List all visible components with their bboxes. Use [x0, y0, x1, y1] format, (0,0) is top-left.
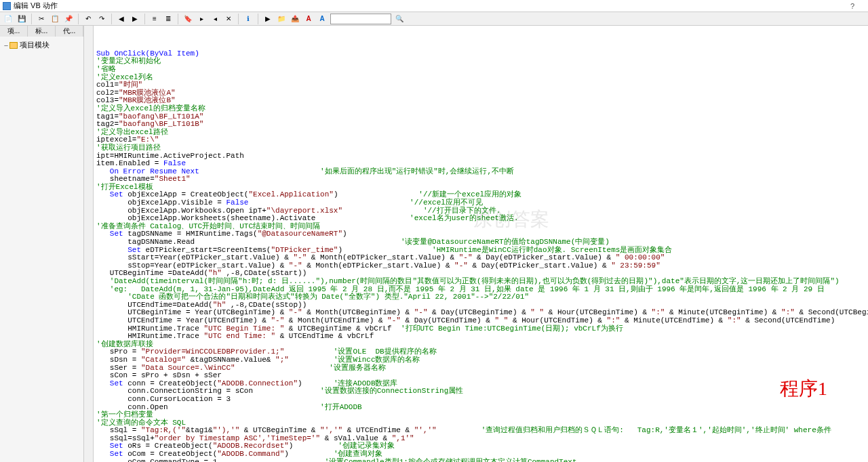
- indent-button[interactable]: ▶: [130, 14, 140, 24]
- search-field[interactable]: [330, 14, 391, 24]
- replace-button[interactable]: A: [317, 14, 328, 24]
- toolbar: 📄 💾 ✂ 📋 📌 ↶ ↷ ◀ ▶ ≡ ≣ 🔖 ▸ ◂ ✕ ℹ ▶ 📁 📤 A …: [0, 12, 868, 26]
- tree-label: 项目模块: [20, 40, 50, 50]
- window-title: 编辑 VB 动作: [14, 1, 58, 11]
- tree-item-project-modules[interactable]: − 项目模块: [3, 39, 81, 51]
- code-editor[interactable]: 原创答案 程序1 Sub OnClick(ByVal Item) '变量定义和初…: [94, 26, 868, 462]
- undo-button[interactable]: ↶: [83, 14, 94, 24]
- bookmark-button[interactable]: 🔖: [182, 14, 193, 24]
- folder-icon: [9, 42, 18, 49]
- cut-button[interactable]: ✂: [36, 14, 47, 24]
- sidebar: 项... 标... 代... − 项目模块: [0, 26, 84, 462]
- info-button[interactable]: ℹ: [243, 14, 254, 24]
- run-button[interactable]: ▶: [262, 14, 273, 24]
- comment-button[interactable]: ≡: [149, 14, 160, 24]
- export-button[interactable]: 📤: [290, 14, 300, 24]
- sidebar-tab-code[interactable]: 代...: [56, 26, 83, 37]
- tree-expand-icon[interactable]: −: [3, 41, 9, 49]
- sidebar-tab-tags[interactable]: 标...: [28, 26, 56, 37]
- find-button[interactable]: A: [303, 14, 314, 24]
- sidebar-tab-project[interactable]: 项...: [0, 26, 28, 37]
- copy-button[interactable]: 📋: [50, 14, 60, 24]
- paste-button[interactable]: 📌: [63, 14, 74, 24]
- bookmark-prev-button[interactable]: ◂: [210, 14, 220, 24]
- bookmark-next-button[interactable]: ▸: [196, 14, 207, 24]
- help-button[interactable]: ?: [850, 2, 854, 10]
- search-dropdown-icon[interactable]: 🔍: [394, 14, 405, 24]
- bookmark-clear-button[interactable]: ✕: [223, 14, 234, 24]
- redo-button[interactable]: ↷: [96, 14, 107, 24]
- new-button[interactable]: 📄: [3, 14, 14, 24]
- ruler: [84, 26, 94, 462]
- code-content: Sub OnClick(ByVal Item) '变量定义和初始化 '省略 '定…: [96, 50, 865, 462]
- uncomment-button[interactable]: ≣: [163, 14, 174, 24]
- outdent-button[interactable]: ◀: [116, 14, 127, 24]
- folder-button[interactable]: 📁: [276, 14, 287, 24]
- save-button[interactable]: 💾: [16, 14, 27, 24]
- title-bar: 编辑 VB 动作 ?: [0, 0, 868, 12]
- app-icon: [3, 2, 11, 10]
